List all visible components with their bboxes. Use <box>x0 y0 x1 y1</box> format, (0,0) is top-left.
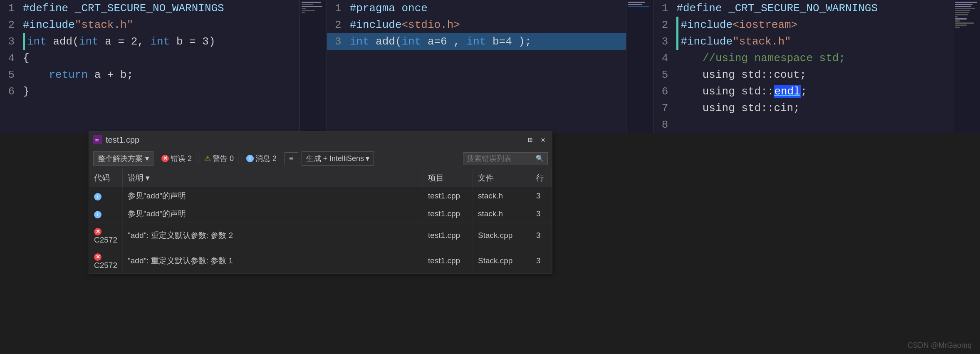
table-row[interactable]: i 参见"add"的声明 test1.cpp stack.h 3 <box>89 205 552 223</box>
table-row[interactable]: ✕ C2572 "add": 重定义默认参数: 参数 2 test1.cpp S… <box>89 223 552 248</box>
error-icon: ✕ <box>161 155 169 162</box>
line-content: using std::cin; <box>676 100 799 116</box>
pin-button[interactable]: ⊞ <box>525 134 535 145</box>
error-panel-filename: test1.cpp <box>106 135 139 145</box>
line-number: 5 <box>0 67 23 83</box>
line-content: } <box>23 83 30 100</box>
dropdown-arrow-icon: ▾ <box>145 154 149 163</box>
warn-count-label: 警告 0 <box>213 153 234 163</box>
line-number: 4 <box>653 50 676 67</box>
line-content: { <box>23 50 30 67</box>
line-number: 8 <box>653 116 676 133</box>
info-count-label: 消息 2 <box>255 153 277 163</box>
error-count-label: 错误 2 <box>171 153 192 163</box>
code-line-1-4: 4 { <box>0 50 327 67</box>
line-content: #include"stack.h" <box>676 33 791 50</box>
line-number: 1 <box>0 0 23 17</box>
minimap-3 <box>953 0 980 133</box>
code-line-3-6: 6 using std::endl; <box>653 83 980 100</box>
code-line-3-4: 4 //using namespace std; <box>653 50 980 67</box>
code-line-2-2: 2 #include<stdio.h> <box>327 17 653 33</box>
line-number: 2 <box>0 17 23 33</box>
col-header-project[interactable]: 项目 <box>423 169 473 187</box>
code-area-3: 1 #define _CRT_SECURE_NO_WARNINGS 2 #inc… <box>653 0 980 133</box>
line-content: using std::cout; <box>676 67 806 83</box>
error-panel-title: ∞ test1.cpp <box>93 135 139 145</box>
build-button[interactable]: 生成 + IntelliSens ▾ <box>302 151 374 166</box>
editors-area: 1 #define _CRT_SECURE_NO_WARNINGS 2 #inc… <box>0 0 980 133</box>
cell-desc: "add": 重定义默认参数: 参数 2 <box>123 223 423 248</box>
cell-desc: "add": 重定义默认参数: 参数 1 <box>123 248 423 274</box>
cell-file: stack.h <box>473 187 531 205</box>
error-toolbar: 整个解决方案 ▾ ✕ 错误 2 ⚠ 警告 0 i 消息 2 ≡ 生成 + Int… <box>89 148 552 169</box>
panel-controls: ⊞ ✕ <box>525 134 548 145</box>
col-header-line[interactable]: 行 <box>531 169 552 187</box>
minimap-2 <box>626 0 653 133</box>
error-table: 代码 说明 ▾ 项目 文件 行 i 参见"add"的声明 test1.cpp s… <box>89 169 552 274</box>
editor-panel-2: 1 #pragma once 2 #include<stdio.h> 3 int… <box>327 0 654 133</box>
error-panel: ∞ test1.cpp ⊞ ✕ 整个解决方案 ▾ ✕ 错误 2 ⚠ 警告 0 i… <box>89 131 552 274</box>
info-count-badge[interactable]: i 消息 2 <box>242 152 281 165</box>
col-header-desc[interactable]: 说明 ▾ <box>123 169 423 187</box>
cell-code: ✕ C2572 <box>89 248 123 274</box>
line-number: 3 <box>0 33 23 50</box>
close-button[interactable]: ✕ <box>538 134 548 145</box>
line-content: int add(int a = 2, int b = 3) <box>23 33 215 50</box>
error-panel-titlebar: ∞ test1.cpp ⊞ ✕ <box>89 132 552 148</box>
row-info-icon: i <box>94 193 101 201</box>
col-header-code[interactable]: 代码 <box>89 169 123 187</box>
code-line-3-7: 7 using std::cin; <box>653 100 980 116</box>
info-icon: i <box>246 155 254 162</box>
line-content: #define _CRT_SECURE_NO_WARNINGS <box>23 0 224 17</box>
code-line-3-1: 1 #define _CRT_SECURE_NO_WARNINGS <box>653 0 980 17</box>
cell-project: test1.cpp <box>423 248 473 274</box>
cell-file: Stack.cpp <box>473 248 531 274</box>
cell-desc: 参见"add"的声明 <box>123 205 423 223</box>
line-number: 2 <box>653 17 676 33</box>
minimap-1 <box>299 0 327 133</box>
editor-panel-3: 1 #define _CRT_SECURE_NO_WARNINGS 2 #inc… <box>653 0 980 133</box>
cell-desc: 参见"add"的声明 <box>123 187 423 205</box>
table-row[interactable]: ✕ C2572 "add": 重定义默认参数: 参数 1 test1.cpp S… <box>89 248 552 274</box>
svg-text:∞: ∞ <box>95 137 99 143</box>
line-number: 7 <box>653 100 676 116</box>
col-header-file[interactable]: 文件 <box>473 169 531 187</box>
cell-line: 3 <box>531 187 552 205</box>
warn-count-badge[interactable]: ⚠ 警告 0 <box>200 152 238 165</box>
table-header-row: 代码 说明 ▾ 项目 文件 行 <box>89 169 552 187</box>
line-content: return a + b; <box>23 67 133 83</box>
line-content: #include"stack.h" <box>23 17 133 33</box>
code-line-1-1: 1 #define _CRT_SECURE_NO_WARNINGS <box>0 0 327 17</box>
row-error-icon: ✕ <box>94 253 101 261</box>
code-line-1-6: 6 } <box>0 83 327 100</box>
line-content: #include<iostream> <box>676 17 797 33</box>
cell-line: 3 <box>531 248 552 274</box>
line-number: 3 <box>653 33 676 50</box>
build-label: 生成 + IntelliSens <box>306 153 364 163</box>
scope-dropdown[interactable]: 整个解决方案 ▾ <box>93 151 153 166</box>
search-input[interactable] <box>467 154 533 163</box>
code-line-3-3: 3 #include"stack.h" <box>653 33 980 50</box>
line-number: 6 <box>0 83 23 100</box>
error-count-badge[interactable]: ✕ 错误 2 <box>157 152 196 165</box>
code-area-2: 1 #pragma once 2 #include<stdio.h> 3 int… <box>327 0 653 133</box>
line-content: //using namespace std; <box>676 50 845 67</box>
row-error-icon: ✕ <box>94 228 101 235</box>
line-content: #include<stdio.h> <box>350 17 460 33</box>
search-icon: 🔍 <box>536 154 544 163</box>
code-line-1-2: 2 #include"stack.h" <box>0 17 327 33</box>
line-content: #pragma once <box>350 0 428 17</box>
table-row[interactable]: i 参见"add"的声明 test1.cpp stack.h 3 <box>89 187 552 205</box>
cell-file: stack.h <box>473 205 531 223</box>
line-content: #define _CRT_SECURE_NO_WARNINGS <box>676 0 878 17</box>
cell-file: Stack.cpp <box>473 223 531 248</box>
line-number: 5 <box>653 67 676 83</box>
line-number: 2 <box>327 17 350 33</box>
search-box: 🔍 <box>463 152 548 165</box>
cell-project: test1.cpp <box>423 187 473 205</box>
row-info-icon: i <box>94 211 101 218</box>
warning-icon: ⚠ <box>204 154 211 163</box>
filter-button[interactable]: ≡ <box>285 152 298 165</box>
code-line-3-2: 2 #include<iostream> <box>653 17 980 33</box>
line-content: int add(int a=6 , int b=4 ); <box>350 33 532 50</box>
